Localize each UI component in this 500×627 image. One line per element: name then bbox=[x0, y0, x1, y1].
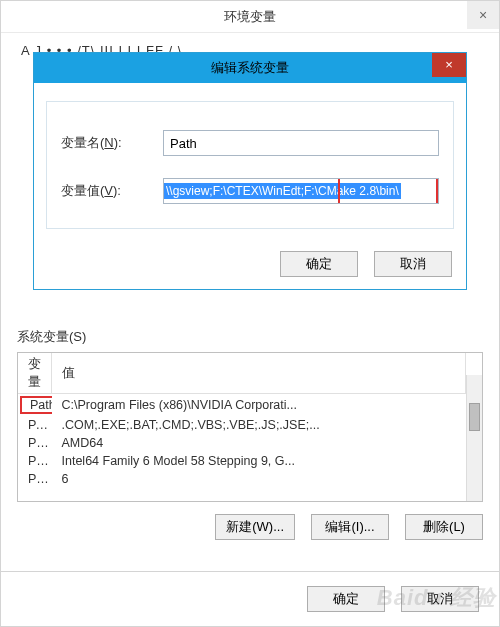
sysvar-buttons: 新建(W)... 编辑(I)... 删除(L) bbox=[17, 514, 483, 540]
cell-val: Intel64 Family 6 Model 58 Stepping 9, G.… bbox=[52, 452, 466, 470]
table-row[interactable]: PROCESSOR_ARC... AMD64 bbox=[18, 434, 466, 452]
close-icon[interactable]: × bbox=[467, 1, 499, 29]
ok-button[interactable]: 确定 bbox=[307, 586, 385, 612]
delete-button[interactable]: 删除(L) bbox=[405, 514, 483, 540]
cell-val: C:\Program Files (x86)\NVIDIA Corporati.… bbox=[52, 394, 466, 417]
scrollbar[interactable] bbox=[466, 375, 482, 501]
system-vars-group: 系统变量(S) 变量 值 Path C:\Program Files (x86)… bbox=[17, 328, 483, 540]
cancel-button[interactable]: 取消 bbox=[374, 251, 452, 277]
ok-button[interactable]: 确定 bbox=[280, 251, 358, 277]
var-value-selection: \\gsview;F:\CTEX\WinEdt;F:\CMake 2.8\bin… bbox=[164, 183, 401, 199]
outer-title: 环境变量 bbox=[1, 1, 499, 33]
outer-button-bar: 确定 取消 bbox=[1, 571, 499, 626]
cell-val: AMD64 bbox=[52, 434, 466, 452]
col-variable[interactable]: 变量 bbox=[18, 353, 52, 394]
inner-button-bar: 确定 取消 bbox=[34, 245, 466, 289]
col-value[interactable]: 值 bbox=[52, 353, 466, 394]
scrollbar-thumb[interactable] bbox=[469, 403, 480, 431]
inner-panel: 变量名(N): 变量值(V): \\gsview;F:\CTEX\WinEdt;… bbox=[46, 101, 454, 229]
var-value-label: 变量值(V): bbox=[61, 182, 163, 200]
cell-var: PATHEXT bbox=[18, 416, 52, 434]
inner-title: 编辑系统变量 bbox=[34, 53, 466, 83]
var-value-input[interactable]: \\gsview;F:\CTEX\WinEdt;F:\CMake 2.8\bin… bbox=[163, 178, 439, 204]
cell-val: 6 bbox=[52, 470, 466, 488]
outer-titlebar: 环境变量 × bbox=[1, 1, 499, 33]
system-vars-table: 变量 值 Path C:\Program Files (x86)\NVIDIA … bbox=[17, 352, 483, 502]
table-row[interactable]: PATHEXT .COM;.EXE;.BAT;.CMD;.VBS;.VBE;.J… bbox=[18, 416, 466, 434]
table-row[interactable]: PROCESSOR_IDE... Intel64 Family 6 Model … bbox=[18, 452, 466, 470]
var-name-input[interactable] bbox=[163, 130, 439, 156]
var-name-label: 变量名(N): bbox=[61, 134, 163, 152]
table-row[interactable]: Path C:\Program Files (x86)\NVIDIA Corpo… bbox=[18, 394, 466, 417]
inner-titlebar: 编辑系统变量 × bbox=[34, 53, 466, 83]
table-row[interactable]: PROCESSOR_LEV... 6 bbox=[18, 470, 466, 488]
edit-button[interactable]: 编辑(I)... bbox=[311, 514, 389, 540]
close-icon[interactable]: × bbox=[432, 53, 466, 77]
new-button[interactable]: 新建(W)... bbox=[215, 514, 295, 540]
system-vars-label: 系统变量(S) bbox=[17, 328, 483, 346]
cell-var: Path bbox=[20, 396, 52, 414]
cell-var: PROCESSOR_IDE... bbox=[18, 452, 52, 470]
cell-var: PROCESSOR_ARC... bbox=[18, 434, 52, 452]
cell-val: .COM;.EXE;.BAT;.CMD;.VBS;.VBE;.JS;.JSE;.… bbox=[52, 416, 466, 434]
cancel-button[interactable]: 取消 bbox=[401, 586, 479, 612]
edit-sysvar-dialog: 编辑系统变量 × 变量名(N): 变量值(V): \\gsview;F:\CTE… bbox=[33, 52, 467, 290]
cell-var: PROCESSOR_LEV... bbox=[18, 470, 52, 488]
